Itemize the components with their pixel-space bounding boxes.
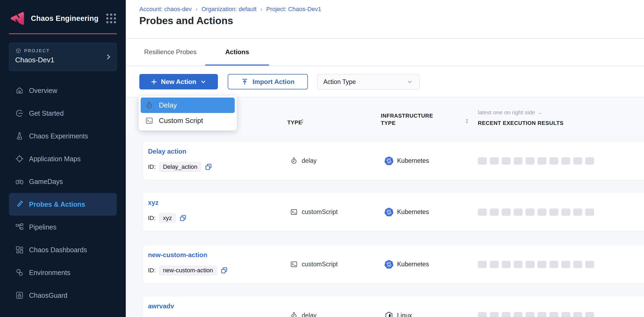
new-action-button[interactable]: New Action [139, 74, 218, 89]
result-placeholder [478, 312, 487, 317]
result-placeholder [585, 157, 594, 164]
menu-item-custom-script[interactable]: Custom Script [141, 113, 235, 128]
dashboard-icon [15, 245, 24, 254]
action-name-link[interactable]: awrvadv [148, 302, 174, 310]
action-id-chip: xyz [159, 213, 176, 223]
table-row: Delay actionID:Delay_actiondelayKubernet… [143, 142, 644, 180]
sidebar-item-label: Overview [29, 87, 57, 95]
chevron-down-icon [406, 78, 413, 85]
result-placeholder [549, 312, 558, 317]
result-placeholder [514, 208, 523, 216]
column-header-recent-results: RECENT EXECUTION RESULTS [478, 119, 564, 127]
result-placeholder [478, 157, 487, 164]
lock-icon [15, 291, 24, 300]
action-id-chip: Delay_action [159, 162, 201, 172]
cube-icon [15, 48, 21, 54]
action-id-line: ID:new-custom-action [148, 265, 228, 276]
stopwatch-icon [145, 101, 153, 109]
breadcrumb-link-2[interactable]: Project: Chaos-Dev1 [266, 6, 321, 13]
main-content: Account: chaos-dev›Organization: default… [126, 0, 644, 317]
result-placeholder [585, 312, 594, 317]
sidebar-item-label: Chaos Experiments [29, 132, 88, 140]
action-name-link[interactable]: Delay action [148, 148, 186, 155]
tab-bar: Resilience ProbesActions [126, 38, 644, 66]
sidebar-item-label: Probes & Actions [29, 200, 85, 208]
result-placeholder [585, 261, 594, 268]
sidebar-item-gamedays[interactable]: GameDays [0, 170, 126, 193]
table-row: xyzID:xyzcustomScriptKubernetes [143, 193, 644, 231]
result-placeholder [561, 157, 570, 164]
result-placeholder [514, 261, 523, 268]
action-id-chip: new-custom-action [159, 265, 217, 276]
copy-icon[interactable] [205, 163, 212, 171]
sidebar-item-chaos-experiments[interactable]: Chaos Experiments [0, 125, 126, 147]
sidebar-item-label: Application Maps [29, 155, 80, 163]
import-action-button[interactable]: Import Action [228, 74, 308, 89]
table-row: new-custom-actionID:new-custom-actioncus… [143, 245, 644, 283]
action-name-link[interactable]: xyz [148, 199, 159, 206]
result-placeholder [549, 208, 558, 216]
sidebar-item-environments[interactable]: Environments [0, 261, 126, 284]
result-placeholder [502, 312, 511, 317]
chevron-down-icon [200, 78, 207, 85]
sidebar-item-chaos-dashboards[interactable]: Chaos Dashboards [0, 238, 126, 261]
flask-icon [15, 131, 24, 141]
result-placeholder [490, 157, 499, 164]
gamepad-icon [15, 177, 24, 186]
project-selector[interactable]: PROJECT Chaos-Dev1 [9, 43, 117, 71]
copy-icon[interactable] [179, 214, 187, 222]
action-id-line: ID:Delay_action [148, 162, 212, 172]
crosshair-icon [15, 154, 24, 163]
pipeline-icon [15, 222, 24, 232]
result-placeholder [526, 157, 534, 164]
action-name-link[interactable]: new-custom-action [148, 251, 207, 259]
infrastructure-cell: Kubernetes [384, 245, 429, 283]
action-type-filter[interactable]: Action Type [317, 74, 420, 90]
sidebar-item-overview[interactable]: Overview [0, 79, 126, 102]
result-placeholder [514, 157, 523, 164]
result-placeholder [585, 208, 594, 216]
breadcrumb-separator: › [192, 5, 201, 13]
breadcrumb-link-1[interactable]: Organization: default [201, 6, 256, 13]
breadcrumb: Account: chaos-dev›Organization: default… [139, 5, 321, 13]
environments-icon [15, 268, 24, 277]
sidebar-header: Chaos Engineering [0, 0, 126, 26]
tabs-divider [126, 66, 644, 66]
type-cell: customScript [290, 245, 338, 283]
sidebar-item-application-maps[interactable]: Application Maps [0, 147, 126, 170]
sidebar-item-chaosguard[interactable]: ChaosGuard [0, 284, 126, 307]
test-tube-icon [15, 200, 24, 209]
project-label: PROJECT [24, 48, 50, 54]
accent-divider [9, 33, 117, 34]
harness-logo-icon [10, 11, 25, 26]
menu-item-delay[interactable]: Delay [141, 98, 235, 113]
terminal-icon [290, 260, 298, 268]
page-title: Probes and Actions [139, 15, 233, 27]
sidebar-item-probes-actions[interactable]: Probes & Actions [9, 193, 117, 216]
sidebar-nav: OverviewGet StartedChaos ExperimentsAppl… [0, 79, 126, 307]
result-placeholder [490, 208, 499, 216]
module-grid-icon[interactable] [106, 14, 116, 23]
recent-results-hint: latest one on right side → [478, 109, 542, 116]
new-action-dropdown-menu: DelayCustom Script [139, 95, 237, 131]
result-placeholder [573, 157, 582, 164]
terminal-icon [290, 208, 298, 216]
sidebar-item-label: ChaosGuard [29, 292, 67, 299]
table-row: awrvadvdelayLinux [143, 296, 644, 317]
result-placeholder [561, 261, 570, 268]
sort-type-icon[interactable] [300, 118, 305, 124]
sort-infrastructure-icon[interactable] [464, 118, 469, 124]
sidebar-item-pipelines[interactable]: Pipelines [0, 216, 126, 238]
chevron-right-icon [105, 53, 112, 61]
upload-icon [241, 78, 249, 86]
copy-icon[interactable] [220, 267, 228, 274]
id-label: ID: [148, 267, 156, 274]
tab-resilience-probes[interactable]: Resilience Probes [141, 38, 200, 66]
action-id-line: ID:xyz [148, 213, 187, 223]
breadcrumb-link-0[interactable]: Account: chaos-dev [139, 6, 192, 13]
result-placeholder [502, 261, 511, 268]
sidebar-item-label: Pipelines [29, 223, 56, 231]
result-placeholder [537, 261, 546, 268]
sidebar-item-get-started[interactable]: Get Started [0, 102, 126, 125]
tab-actions[interactable]: Actions [205, 38, 269, 66]
